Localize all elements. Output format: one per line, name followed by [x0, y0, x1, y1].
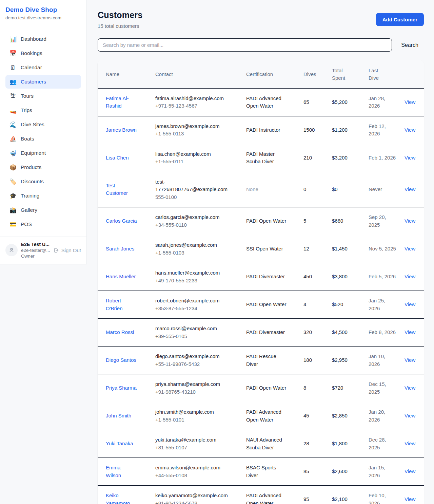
contact-cell: diego.santos@example.com+55-11-99876-543… — [147, 347, 238, 374]
customer-name-link[interactable]: Yuki Tanaka — [106, 441, 133, 446]
view-link[interactable]: View — [405, 496, 415, 502]
table-row: Fatima Al-Rashidfatima.alrashid@example.… — [98, 88, 424, 116]
customer-name-link[interactable]: Fatima Al-Rashid — [106, 95, 129, 109]
sidebar-item-customers[interactable]: 👥Customers — [5, 75, 81, 89]
dives-cell: 28 — [295, 430, 324, 458]
sidebar-item-training[interactable]: 🎓Training — [5, 189, 81, 203]
customer-name-link[interactable]: Carlos Garcia — [106, 218, 137, 224]
view-link[interactable]: View — [405, 468, 415, 474]
customer-name-link[interactable]: Keiko Yamamoto — [106, 492, 130, 504]
view-link[interactable]: View — [405, 99, 415, 105]
sidebar-item-discounts[interactable]: 🏷️Discounts — [5, 175, 81, 188]
actions-cell: View — [396, 402, 424, 430]
certification-value: PADI Open Water — [246, 218, 286, 224]
customer-name-link[interactable]: John Smith — [106, 413, 131, 418]
search-button[interactable]: Search — [401, 42, 418, 48]
sidebar-item-boats[interactable]: ⛵Boats — [5, 132, 81, 146]
view-link[interactable]: View — [405, 357, 415, 363]
last-dive-cell: Dec 28, 2025 — [360, 430, 396, 458]
table-header-row: NameContactCertificationDivesTotal Spent… — [98, 60, 424, 88]
sidebar-item-calendar[interactable]: 🗓Calendar — [5, 61, 81, 74]
customer-name-link[interactable]: Priya Sharma — [106, 385, 137, 391]
customer-name-link[interactable]: James Brown — [106, 127, 137, 133]
view-link[interactable]: View — [405, 127, 415, 133]
total-spent-cell: $2,100 — [324, 486, 360, 504]
contact-cell: james.brown@example.com+1-555-0113 — [147, 116, 238, 144]
certification-cell: PADI Open Water — [238, 207, 295, 235]
table-row: Yuki Tanakayuki.tanaka@example.com+81-55… — [98, 430, 424, 458]
sidebar-item-tours[interactable]: 🏝Tours — [5, 89, 81, 103]
sidebar-item-pos[interactable]: 💳POS — [5, 218, 81, 231]
sidebar-item-label: Discounts — [21, 179, 44, 185]
customer-phone: +1-555-0103 — [155, 249, 233, 257]
column-header-certification: Certification — [238, 60, 295, 88]
last-dive-cell: Jan 15, 2026 — [360, 458, 396, 486]
user-info: E2E Test U... e2e-tester@... Owner — [21, 242, 50, 259]
dives-cell: 8 — [295, 374, 324, 402]
tag-icon: 🏷️ — [9, 179, 16, 185]
name-cell: Marco Rossi — [98, 319, 147, 347]
total-spent-cell: $0 — [324, 172, 360, 207]
contact-cell: carlos.garcia@example.com+34-555-0110 — [147, 207, 238, 235]
customer-phone: +81-555-0107 — [155, 444, 233, 452]
customer-name-link[interactable]: Lisa Chen — [106, 155, 129, 161]
actions-cell: View — [396, 347, 424, 374]
view-link[interactable]: View — [405, 441, 415, 446]
customer-name-link[interactable]: Diego Santos — [106, 357, 136, 363]
sidebar-item-label: Gallery — [21, 207, 37, 213]
sailboat-icon: ⛵ — [9, 136, 16, 142]
view-link[interactable]: View — [405, 413, 415, 418]
last-dive-cell: Jan 25, 2026 — [360, 291, 396, 319]
add-customer-button[interactable]: Add Customer — [376, 13, 424, 26]
view-link[interactable]: View — [405, 385, 415, 391]
sidebar-item-dashboard[interactable]: 📊Dashboard — [5, 32, 81, 46]
view-link[interactable]: View — [405, 274, 415, 279]
sidebar-item-trips[interactable]: 🚤Trips — [5, 104, 81, 117]
view-link[interactable]: View — [405, 301, 415, 307]
contact-cell: yuki.tanaka@example.com+81-555-0107 — [147, 430, 238, 458]
name-cell: Priya Sharma — [98, 374, 147, 402]
view-link[interactable]: View — [405, 246, 415, 251]
customers-table: NameContactCertificationDivesTotal Spent… — [98, 60, 424, 504]
view-link[interactable]: View — [405, 186, 415, 192]
dives-cell: 1500 — [295, 116, 324, 144]
sidebar-item-dive-sites[interactable]: 🌊Dive Sites — [5, 118, 81, 131]
certification-cell: None — [238, 172, 295, 207]
brand: Demo Dive Shop demo.test.divestreams.com — [0, 0, 86, 26]
sidebar-item-products[interactable]: 📦Products — [5, 161, 81, 174]
certification-value: PADI Divemaster — [246, 329, 285, 335]
dives-cell: 85 — [295, 458, 324, 486]
contact-cell: marco.rossi@example.com+39-555-0105 — [147, 319, 238, 347]
table-row: Emma Wilsonemma.wilson@example.com+44-55… — [98, 458, 424, 486]
table-row: Marco Rossimarco.rossi@example.com+39-55… — [98, 319, 424, 347]
customer-phone: +39-555-0105 — [155, 333, 233, 340]
sidebar-item-equipment[interactable]: 🤿Equipment — [5, 146, 81, 160]
certification-cell: PADI Master Scuba Diver — [238, 144, 295, 172]
customer-email: james.brown@example.com — [155, 123, 233, 130]
speedboat-icon: 🚤 — [9, 108, 16, 113]
sidebar-item-label: Tours — [21, 93, 34, 99]
view-link[interactable]: View — [405, 155, 415, 161]
customer-name-link[interactable]: Marco Rossi — [106, 329, 134, 335]
customer-name-link[interactable]: Emma Wilson — [106, 465, 121, 478]
dives-cell: 0 — [295, 172, 324, 207]
brand-name: Demo Dive Shop — [5, 6, 81, 14]
certification-cell: PADI Advanced Open Water — [238, 402, 295, 430]
view-link[interactable]: View — [405, 218, 415, 224]
customer-name-link[interactable]: Robert O'Brien — [106, 298, 123, 311]
view-link[interactable]: View — [405, 329, 415, 335]
sign-out-button[interactable]: Sign Out — [53, 247, 81, 253]
name-cell: Diego Santos — [98, 347, 147, 374]
contact-cell: test-1772681807767@example.com555-0100 — [147, 172, 238, 207]
total-spent-cell: $2,850 — [324, 402, 360, 430]
table-row: Sarah Jonessarah.jones@example.com+1-555… — [98, 235, 424, 263]
customer-name-link[interactable]: Sarah Jones — [106, 246, 134, 251]
customer-name-link[interactable]: Test Customer — [106, 183, 128, 196]
customer-name-link[interactable]: Hans Mueller — [106, 274, 136, 279]
sidebar-item-gallery[interactable]: 📸Gallery — [5, 203, 81, 217]
sidebar-item-bookings[interactable]: 📅Bookings — [5, 46, 81, 60]
certification-value: NAUI Advanced Scuba Diver — [246, 437, 282, 450]
dives-cell: 320 — [295, 319, 324, 347]
search-input[interactable] — [98, 38, 392, 52]
sidebar-item-label: Equipment — [21, 150, 46, 156]
